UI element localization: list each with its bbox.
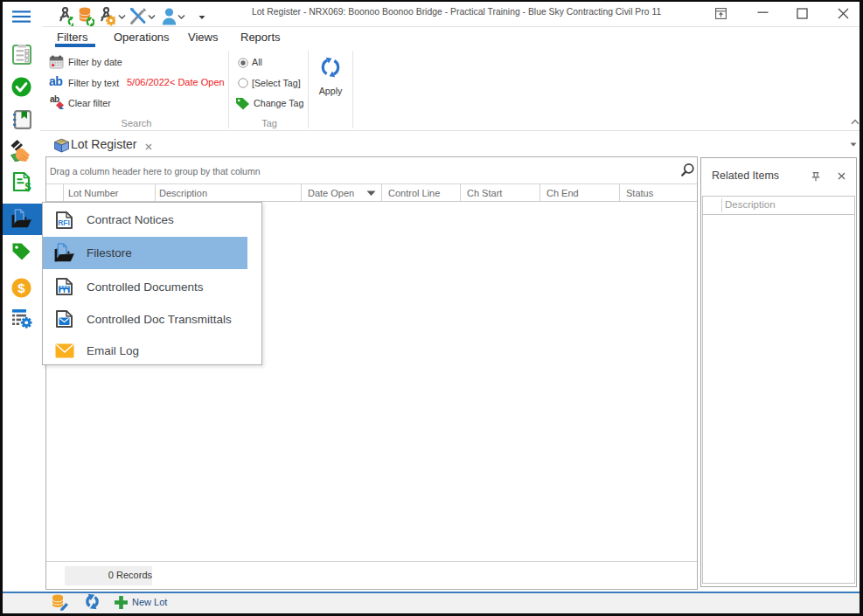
svg-text:RFI: RFI — [58, 218, 70, 227]
svg-text:$: $ — [25, 181, 31, 193]
svg-text:$: $ — [17, 280, 25, 295]
